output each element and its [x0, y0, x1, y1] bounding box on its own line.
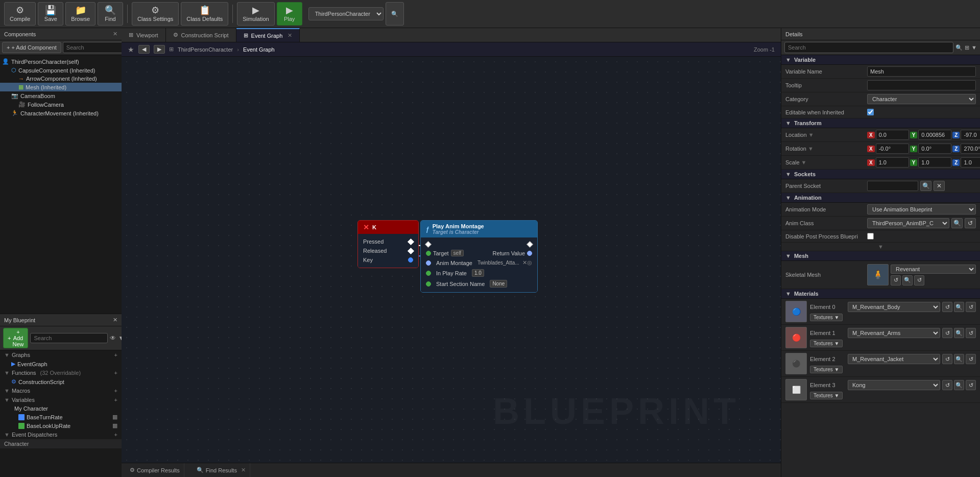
anim-class-reset[interactable]: ↺	[965, 218, 976, 228]
tab-construction-script[interactable]: ⚙ Construction Script	[166, 28, 236, 42]
components-search-input[interactable]	[63, 42, 122, 53]
functions-add-icon[interactable]: +	[114, 370, 117, 376]
mat-0-textures-btn[interactable]: Textures ▼	[810, 314, 843, 321]
simulation-button[interactable]: ▶ Simulation	[237, 2, 274, 26]
node-play-anim[interactable]: ƒ Play Anim Montage Target is Character	[420, 220, 538, 293]
breadcrumb-star-icon[interactable]: ★	[128, 45, 134, 54]
add-component-button[interactable]: + + Add Component	[2, 42, 61, 53]
bp-eventgraph-item[interactable]: ▶ EventGraph	[0, 360, 122, 368]
class-settings-button[interactable]: ⚙ Class Settings	[132, 2, 179, 26]
debug-search-button[interactable]: 🔍	[386, 2, 404, 26]
section-materials[interactable]: ▼ Materials	[781, 289, 980, 299]
tab-event-graph[interactable]: ⊞ Event Graph ✕	[236, 28, 300, 42]
blueprint-eye-button[interactable]: 👁	[110, 335, 116, 342]
bp-section-variables[interactable]: ▼ Variables +	[0, 395, 122, 404]
section-animation[interactable]: ▼ Animation	[781, 193, 980, 203]
graphs-add-icon[interactable]: +	[114, 352, 117, 358]
mat-2-reset-btn[interactable]: ↺	[942, 354, 952, 364]
mat-3-textures-btn[interactable]: Textures ▼	[810, 392, 843, 399]
section-mesh[interactable]: ▼ Mesh	[781, 251, 980, 261]
play-button[interactable]: ▶ Play	[277, 2, 302, 26]
compile-button[interactable]: ⚙ Compile	[4, 2, 36, 26]
dispatchers-add-icon[interactable]: +	[114, 432, 117, 438]
bp-section-graphs[interactable]: ▼ Graphs +	[0, 350, 122, 360]
details-search-icon[interactable]: 🔍	[955, 44, 963, 51]
mat-1-browse-btn[interactable]: 🔍	[954, 328, 964, 338]
find-button[interactable]: 🔍 Find	[98, 2, 123, 26]
editable-checkbox[interactable]	[867, 109, 874, 115]
mat-3-apply-btn[interactable]: ↺	[966, 380, 976, 390]
scale-x-input[interactable]	[876, 157, 909, 168]
mat-0-select[interactable]: M_Revenant_Body	[848, 302, 940, 312]
debug-filter-select[interactable]: ThirdPersonCharacter	[308, 7, 384, 20]
mat-1-textures-btn[interactable]: Textures ▼	[810, 340, 843, 347]
blueprint-search-input[interactable]	[30, 333, 108, 343]
compiler-results-tab[interactable]: ⚙ Compiler Results	[126, 463, 184, 477]
bp-section-functions[interactable]: ▼ Functions (32 Overridable) +	[0, 368, 122, 377]
anim-class-dropdown[interactable]: ThirdPerson_AnimBP_C	[867, 218, 949, 228]
my-blueprint-close[interactable]: ✕	[113, 317, 117, 323]
bp-my-character-group[interactable]: My Character	[0, 404, 122, 413]
skeletal-mesh-select[interactable]: Revenant	[891, 265, 976, 274]
browse-button[interactable]: 📁 Browse	[65, 2, 95, 26]
anim-class-browse[interactable]: 🔍	[951, 218, 963, 228]
section-variable[interactable]: ▼ Variable	[781, 55, 980, 65]
loc-y-input[interactable]	[918, 130, 951, 140]
bp-section-macros[interactable]: ▼ Macros +	[0, 386, 122, 395]
details-view-toggle[interactable]: ⊞	[965, 44, 969, 51]
var-name-input[interactable]	[867, 66, 976, 77]
details-search-input[interactable]	[784, 42, 953, 53]
bp-construction-script-item[interactable]: ⚙ ConstructionScript	[0, 377, 122, 386]
comp-item-mesh[interactable]: ▦ Mesh (Inherited)	[0, 83, 122, 91]
macros-add-icon[interactable]: +	[114, 388, 117, 394]
mat-3-select[interactable]: Kong	[848, 380, 940, 390]
breadcrumb-forward-button[interactable]: ▶	[154, 45, 165, 54]
save-button[interactable]: 💾 Save	[38, 2, 63, 26]
mat-1-select[interactable]: M_Revenant_Arms	[848, 328, 940, 338]
tab-viewport[interactable]: ⊞ Viewport	[122, 28, 166, 42]
mat-0-reset-btn[interactable]: ↺	[942, 302, 952, 312]
mat-0-apply-btn[interactable]: ↺	[966, 302, 976, 312]
tooltip-input[interactable]	[867, 80, 976, 90]
skeletal-mesh-clear-btn[interactable]: ↺	[914, 275, 924, 285]
breadcrumb-back-button[interactable]: ◀	[138, 45, 150, 54]
comp-item-movement[interactable]: 🏃 CharacterMovement (Inherited)	[0, 109, 122, 117]
rot-z-input[interactable]	[961, 144, 980, 154]
blueprint-canvas[interactable]: BLUEPRINT ✕ K Pressed	[122, 57, 781, 463]
mat-3-browse-btn[interactable]: 🔍	[954, 380, 964, 390]
loc-x-input[interactable]	[876, 130, 909, 140]
parent-socket-input[interactable]	[867, 181, 918, 191]
mat-0-browse-btn[interactable]: 🔍	[954, 302, 964, 312]
event-graph-tab-close[interactable]: ✕	[288, 32, 292, 39]
comp-item-followcam[interactable]: 🎥 FollowCamera	[0, 100, 122, 109]
components-close-icon[interactable]: ✕	[113, 31, 117, 37]
anim-mode-dropdown[interactable]: Use Animation Blueprint	[867, 204, 976, 214]
scale-z-input[interactable]	[961, 157, 980, 168]
bp-base-look-up-rate[interactable]: BaseLookUpRate ▦	[0, 421, 122, 430]
mat-1-apply-btn[interactable]: ↺	[966, 328, 976, 338]
find-results-tab[interactable]: 🔍 Find Results ✕	[193, 463, 250, 477]
loc-z-input[interactable]	[961, 130, 980, 140]
skeletal-mesh-browse-btn[interactable]: 🔍	[902, 275, 913, 285]
parent-socket-clear[interactable]: ✕	[934, 181, 945, 191]
section-transform[interactable]: ▼ Transform	[781, 118, 980, 128]
comp-item-self[interactable]: 👤 ThirdPersonCharacter(self)	[0, 57, 122, 66]
mat-2-select[interactable]: M_Revenant_Jacket	[848, 354, 940, 364]
bp-base-turn-rate[interactable]: BaseTurnRate ▦	[0, 413, 122, 421]
comp-item-arrow[interactable]: → ArrowComponent (Inherited)	[0, 75, 122, 83]
comp-item-capsule[interactable]: ⬡ CapsuleComponent (Inherited)	[0, 66, 122, 75]
comp-item-cameraboom[interactable]: 📷 CameraBoom	[0, 91, 122, 100]
class-defaults-button[interactable]: 📋 Class Defaults	[181, 2, 228, 26]
rot-y-input[interactable]	[918, 144, 951, 154]
rot-x-input[interactable]	[876, 144, 909, 154]
mat-3-reset-btn[interactable]: ↺	[942, 380, 952, 390]
scale-y-input[interactable]	[918, 157, 951, 168]
mat-2-textures-btn[interactable]: Textures ▼	[810, 366, 843, 373]
category-dropdown[interactable]: Character	[867, 94, 976, 104]
section-sockets[interactable]: ▼ Sockets	[781, 170, 980, 179]
parent-socket-browse[interactable]: 🔍	[920, 181, 931, 191]
disable-post-checkbox[interactable]	[867, 233, 874, 240]
bp-section-event-dispatchers[interactable]: ▼ Event Dispatchers +	[0, 430, 122, 439]
breadcrumb-root[interactable]: ThirdPersonCharacter	[178, 46, 233, 53]
details-options-icon[interactable]: ▼	[971, 44, 977, 51]
